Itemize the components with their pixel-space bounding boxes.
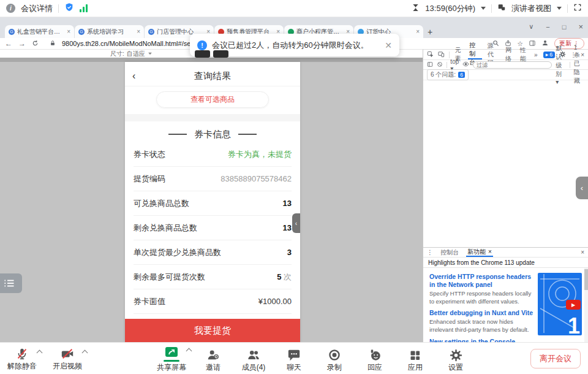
window-maximize-icon[interactable]: □ — [562, 23, 567, 31]
audio-options-chevron-icon[interactable] — [37, 349, 43, 356]
eye-icon[interactable] — [462, 61, 469, 68]
apps-button[interactable]: 应用 — [402, 347, 429, 373]
back-icon[interactable]: ← — [5, 40, 12, 47]
start-video-button[interactable]: 开启视频 — [53, 346, 82, 372]
reactions-button[interactable]: 回应 — [361, 347, 388, 373]
whats-new-link-2[interactable]: Better debugging in Nuxt and Vite — [429, 309, 534, 317]
participants-button[interactable]: 成员(4) — [240, 347, 267, 373]
row-remaining-redeemable: 剩余兑换商品总数 13 — [134, 216, 292, 240]
tab-favicon: G — [9, 29, 15, 35]
start-video-label: 开启视频 — [53, 361, 82, 372]
reload-icon[interactable] — [32, 38, 39, 49]
dark-pill-button[interactable] — [195, 50, 210, 58]
version-number: 1 — [568, 313, 580, 335]
profile-avatar-icon[interactable] — [541, 38, 549, 49]
pickup-submit-button[interactable]: 我要提货 — [125, 319, 300, 342]
divider — [58, 4, 59, 13]
drawer-tab-console[interactable]: 控制台 — [439, 248, 460, 257]
window-close-icon[interactable]: × — [578, 22, 583, 31]
video-off-icon — [60, 346, 75, 361]
row-value: 8385889075578462 — [221, 174, 292, 183]
devtools-tab-network[interactable]: 网络 — [504, 50, 514, 59]
drawer-menu-dots-icon[interactable]: ⋮ — [427, 249, 433, 256]
devtools-tab-performance[interactable]: 性能 — [519, 50, 529, 59]
unmute-button[interactable]: 解除静音 — [7, 346, 37, 372]
invite-button[interactable]: 邀请 — [200, 347, 227, 373]
tab-close-icon[interactable]: × — [416, 29, 420, 35]
view-products-button[interactable]: 查看可选商品 — [156, 91, 269, 108]
window-minimize-icon[interactable]: − — [546, 23, 549, 31]
row-min-per-pickup: 单次提货最少兑换商品数 3 — [134, 240, 292, 265]
whats-new-desc-2: Enhanced stack trace now hides irrelevan… — [429, 318, 534, 334]
share-screen-button[interactable]: 共享屏幕 — [157, 344, 186, 373]
side-panel-icon[interactable] — [529, 38, 536, 49]
meeting-top-bar: i 会议详情 13:59(60分钟) 演讲者视图 — [0, 0, 588, 17]
browser-tab-2[interactable]: G 系统培训学习 × — [75, 25, 144, 38]
console-sidebar-icon[interactable] — [427, 61, 433, 69]
video-options-chevron-icon[interactable] — [82, 349, 88, 356]
row-label: 可兑换商品总数 — [134, 198, 189, 209]
apps-label: 应用 — [408, 362, 423, 373]
mobile-page-header: ‹ 查询结果 — [125, 67, 300, 86]
row-value: 5 次 — [277, 272, 292, 283]
card-collapse-handle[interactable]: ‹ — [292, 213, 300, 233]
devtools-tab-sources[interactable]: 源代码 — [486, 50, 500, 59]
issues-count-badge: 6 — [458, 72, 465, 78]
inspect-element-icon[interactable] — [427, 51, 434, 59]
whats-new-link-1[interactable]: Override HTTP response headers in the Ne… — [429, 273, 534, 289]
browser-tab-1[interactable]: G 礼盒营销平台管理中心 × — [5, 25, 74, 38]
share-options-chevron-icon[interactable] — [186, 348, 192, 354]
chat-button[interactable]: 聊天 — [281, 347, 307, 373]
view-mode-label[interactable]: 演讲者视图 — [511, 3, 551, 14]
share-screen-icon — [164, 344, 179, 359]
tab-close-icon[interactable]: × — [137, 29, 140, 35]
timer-dropdown-icon[interactable] — [481, 7, 486, 10]
record-button[interactable]: 录制 — [321, 347, 348, 373]
row-label: 剩余最多可提货次数 — [134, 272, 205, 283]
whats-new-desc-1: Specify HTTP response headers locally to… — [429, 290, 534, 305]
devtools-more-tabs-icon[interactable]: » — [533, 50, 539, 59]
meeting-timer: 13:59(60分钟) — [425, 3, 475, 14]
drawer-tab-bar: ⋮ 控制台 新功能 × × — [423, 248, 588, 258]
participants-icon — [246, 347, 261, 362]
drawer-close-icon[interactable]: × — [581, 249, 584, 256]
lock-icon[interactable] — [50, 38, 56, 49]
fullscreen-icon[interactable] — [573, 3, 582, 14]
encryption-shield-icon[interactable] — [64, 2, 74, 15]
leave-meeting-button[interactable]: 离开会议 — [530, 349, 581, 368]
row-label: 提货编码 — [134, 174, 165, 185]
issues-chip[interactable]: 6 个问题: 6 — [427, 69, 469, 80]
youtube-play-icon[interactable]: ▶ — [566, 300, 581, 310]
toast-message: 会议已超过2人，自动转为60分钟限时会议。 — [212, 40, 369, 51]
console-output-area[interactable] — [423, 80, 588, 247]
tab-close-icon[interactable]: × — [67, 29, 70, 35]
meeting-details-label[interactable]: 会议详情 — [21, 3, 53, 14]
toast-close-icon[interactable]: ✕ — [385, 41, 392, 50]
console-message-count-badge[interactable]: ▸6 — [543, 52, 556, 58]
scrollbar-track[interactable] — [584, 268, 588, 345]
dark-overlay-buttons[interactable] — [195, 50, 228, 58]
console-filter-input[interactable] — [473, 61, 552, 69]
back-chevron-icon[interactable]: ‹ — [132, 71, 135, 82]
forward-icon[interactable]: → — [18, 40, 26, 47]
devtools-tab-console[interactable]: 控制台 — [468, 50, 482, 59]
clear-console-icon[interactable] — [437, 61, 443, 69]
meeting-control-bar: 解除静音 开启视频 共享屏幕 邀请 — [0, 342, 588, 374]
row-value: 13 — [283, 223, 292, 232]
side-panel-collapse-handle[interactable]: ‹ — [576, 177, 588, 199]
dimensions-dropdown-icon[interactable] — [148, 53, 152, 55]
drawer-tab-whats-new[interactable]: 新功能 × — [466, 248, 493, 257]
log-level-selector[interactable]: 默认级别 ▾ — [556, 44, 566, 85]
dark-pill-button[interactable] — [213, 50, 228, 58]
floating-list-button[interactable] — [0, 273, 22, 293]
dimensions-value[interactable]: 自适应 — [127, 50, 145, 58]
viewport-top-shadow — [0, 58, 423, 62]
meeting-info-icon[interactable]: i — [6, 4, 15, 13]
scrollbar-thumb[interactable] — [584, 269, 588, 290]
new-tab-button[interactable]: + — [424, 25, 436, 38]
tab-search-icon[interactable]: ∨ — [529, 23, 533, 31]
drawer-tab-close-icon[interactable]: × — [488, 248, 492, 255]
view-dropdown-icon[interactable] — [557, 7, 562, 10]
device-toolbar-toggle-icon[interactable] — [438, 51, 445, 59]
settings-button[interactable]: 设置 — [442, 347, 469, 373]
